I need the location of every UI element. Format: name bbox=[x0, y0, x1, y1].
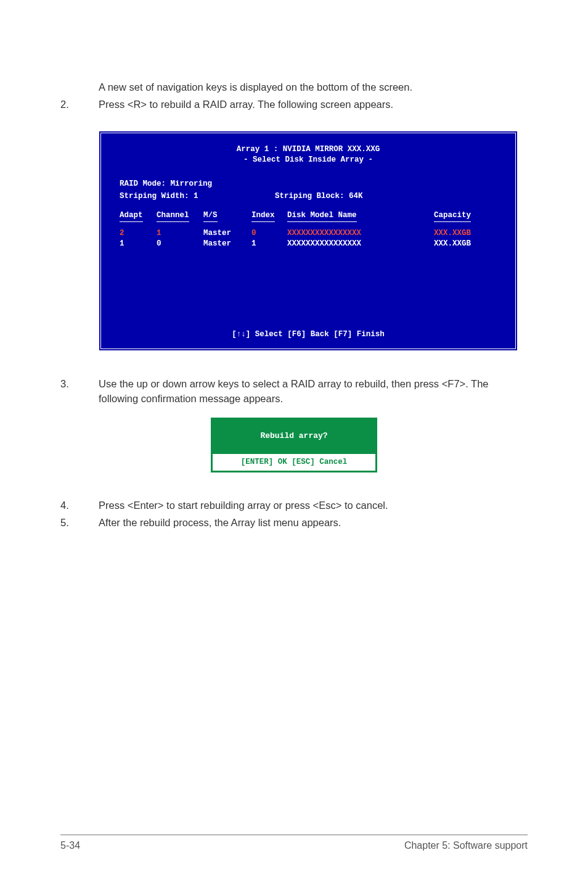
cell-index: 0 bbox=[251, 228, 287, 239]
header-model: Disk Model Name bbox=[287, 210, 357, 222]
table-row: 1 0 Master 1 XXXXXXXXXXXXXXXX XXX.XXGB bbox=[110, 239, 507, 249]
raid-mode-label: RAID Mode: bbox=[120, 179, 166, 188]
step-5: 5. After the rebuild process, the Array … bbox=[60, 516, 528, 530]
cell-model: XXXXXXXXXXXXXXXX bbox=[287, 239, 434, 249]
step-2-text: Press <R> to rebuild a RAID array. The f… bbox=[99, 97, 528, 112]
bios-table-header: Adapt Channel M/S Index Disk Model Name … bbox=[110, 210, 507, 222]
footer-chapter: Chapter 5: Software support bbox=[404, 840, 528, 851]
confirm-dialog: Rebuild array? [ENTER] OK [ESC] Cancel bbox=[211, 418, 377, 472]
bios-footer-keys: [↑↓] Select [F6] Back [F7] Finish bbox=[110, 329, 507, 342]
header-capacity: Capacity bbox=[434, 210, 471, 222]
cell-channel: 0 bbox=[157, 239, 203, 249]
step-3: 3. Use the up or down arrow keys to sele… bbox=[60, 377, 528, 406]
step-3-number: 3. bbox=[60, 377, 99, 406]
bios-title-line2: - Select Disk Inside Array - bbox=[110, 155, 507, 165]
header-index: Index bbox=[251, 210, 275, 222]
striping-block-value: 64K bbox=[349, 192, 363, 200]
striping-width-label: Striping Width: bbox=[120, 192, 189, 200]
step-4-number: 4. bbox=[60, 498, 99, 513]
bios-title-line1: Array 1 : NVIDIA MIRROR XXX.XXG bbox=[110, 144, 507, 155]
bios-screen: Array 1 : NVIDIA MIRROR XXX.XXG - Select… bbox=[99, 131, 518, 351]
striping-width-value: 1 bbox=[194, 192, 198, 200]
dialog-buttons: [ENTER] OK [ESC] Cancel bbox=[211, 454, 377, 472]
step-4: 4. Press <Enter> to start rebuilding arr… bbox=[60, 498, 528, 513]
raid-mode-value: Mirroring bbox=[171, 179, 213, 188]
step-5-text: After the rebuild process, the Array lis… bbox=[99, 516, 528, 530]
header-ms: M/S bbox=[203, 210, 218, 222]
cell-adapt: 1 bbox=[120, 239, 157, 249]
cell-ms: Master bbox=[203, 239, 251, 249]
step-2: 2. Press <R> to rebuild a RAID array. Th… bbox=[60, 97, 528, 112]
bios-striping: Striping Width: 1 Striping Block: 64K bbox=[110, 191, 507, 202]
table-row: 2 1 Master 0 XXXXXXXXXXXXXXXX XXX.XXGB bbox=[110, 228, 507, 239]
step-4-text: Press <Enter> to start rebuilding array … bbox=[99, 498, 528, 513]
intro-text: A new set of navigation keys is displaye… bbox=[99, 80, 528, 95]
step-3-text: Use the up or down arrow keys to select … bbox=[99, 377, 528, 406]
cell-capacity: XXX.XXGB bbox=[434, 239, 489, 249]
header-channel: Channel bbox=[157, 210, 189, 222]
step-2-number: 2. bbox=[60, 97, 99, 112]
cell-channel: 1 bbox=[157, 228, 203, 239]
cell-adapt: 2 bbox=[120, 228, 157, 239]
dialog-title: Rebuild array? bbox=[211, 418, 377, 454]
cell-capacity: XXX.XXGB bbox=[434, 228, 489, 239]
footer-page-number: 5-34 bbox=[60, 840, 80, 851]
bios-raid-mode: RAID Mode: Mirroring bbox=[110, 179, 507, 189]
page-footer: 5-34 Chapter 5: Software support bbox=[60, 835, 528, 851]
step-5-number: 5. bbox=[60, 516, 99, 530]
header-adapt: Adapt bbox=[120, 210, 143, 222]
cell-model: XXXXXXXXXXXXXXXX bbox=[287, 228, 434, 239]
cell-ms: Master bbox=[203, 228, 251, 239]
cell-index: 1 bbox=[251, 239, 287, 249]
striping-block-label: Striping Block: bbox=[275, 192, 345, 200]
bios-title: Array 1 : NVIDIA MIRROR XXX.XXG - Select… bbox=[110, 144, 507, 165]
